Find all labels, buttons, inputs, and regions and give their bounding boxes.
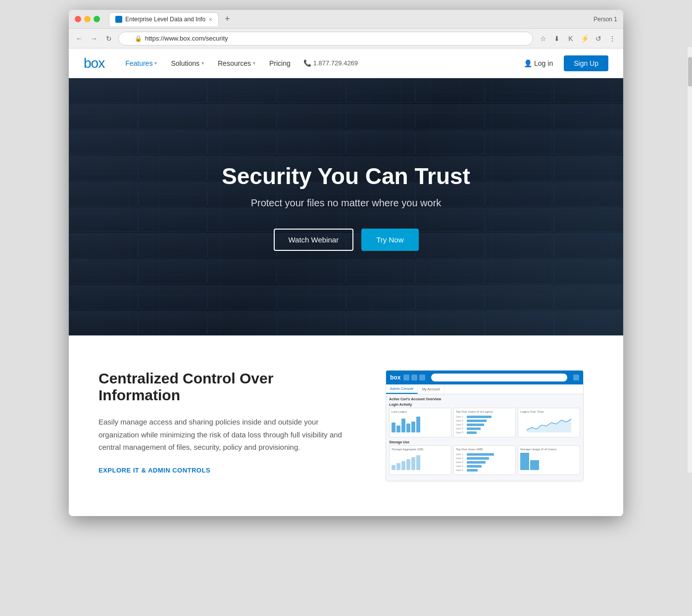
sbar-2 <box>396 463 400 470</box>
dash-users-icon <box>411 375 417 380</box>
ubar-2 <box>530 460 539 470</box>
top-five-logins-chart: User 1 User 2 User 3 User 4 User 5 <box>456 415 513 434</box>
browser-tab[interactable]: Enterprise Level Data and Info ✕ <box>109 12 219 26</box>
traffic-lights <box>75 16 100 22</box>
phone-icon: 📞 <box>303 59 311 67</box>
content-text: Easily manage access and sharing policie… <box>99 416 356 454</box>
nav-links: Features ▾ Solutions ▾ Resources ▾ Prici… <box>119 55 518 71</box>
user-icon: 👤 <box>524 59 532 67</box>
dash-tab-account: My Account <box>418 384 444 394</box>
dash-row-1: Last Logins Top <box>389 408 580 437</box>
sbar-4 <box>406 459 410 470</box>
sbar-6 <box>416 455 420 470</box>
top-five-storage-title: Top Five Users (MB) <box>456 448 513 451</box>
address-input[interactable]: 🔒 https://www.box.com/security <box>118 32 533 46</box>
sbar-5 <box>411 457 415 470</box>
bookmark-icon[interactable]: ☆ <box>537 33 549 45</box>
nav-features-label: Features <box>125 59 152 67</box>
sbar-1 <box>392 465 395 470</box>
content-title: Centralized Control Over Information <box>99 370 356 404</box>
hero-subtitle: Protect your files no matter where you w… <box>222 197 470 209</box>
refresh-icon[interactable]: ↺ <box>593 33 604 45</box>
title-bar: Enterprise Level Data and Info ✕ + Perso… <box>69 10 623 29</box>
content-section: Centralized Control Over Information Eas… <box>69 335 623 516</box>
features-chevron: ▾ <box>154 60 157 66</box>
top-five-storage-chart: User 1 User 2 User 3 User 4 User 5 <box>456 453 513 472</box>
top-five-logins-card: Top Five Users (# of Logins) User 1 User… <box>453 408 516 437</box>
tab-close-icon[interactable]: ✕ <box>208 17 212 22</box>
bar-4 <box>406 424 410 432</box>
tab-bar: Enterprise Level Data and Info ✕ + <box>109 12 590 26</box>
dash-overview-title: Active Cori's Account Overview <box>389 397 580 401</box>
explore-link[interactable]: EXPLORE IT & ADMIN CONTROLS <box>99 467 210 474</box>
top-five-storage-card: Top Five Users (MB) User 1 User 2 User 3… <box>453 445 516 475</box>
logo-text: box <box>84 55 104 71</box>
box-logo[interactable]: box <box>84 55 104 71</box>
dash-home-icon <box>403 375 409 380</box>
dash-search <box>431 374 567 381</box>
storage-usage-card: Storage Usage (# of Users) <box>518 445 580 475</box>
nav-solutions[interactable]: Solutions ▾ <box>165 55 210 71</box>
signup-button[interactable]: Sign Up <box>564 55 608 71</box>
reload-button[interactable]: ↻ <box>103 33 114 44</box>
last-logins-title: Last Logins <box>392 410 449 413</box>
storage-use-label: Storage Use <box>389 440 580 444</box>
top-five-logins-title: Top Five Users (# of Logins) <box>456 410 513 413</box>
nav-pricing[interactable]: Pricing <box>263 55 297 71</box>
toolbar-icons: ☆ ⬇ K ⚡ ↺ ⋮ <box>537 33 618 45</box>
bar-2 <box>396 426 400 432</box>
extension-icon-1[interactable]: ⬇ <box>551 33 563 45</box>
nav-resources[interactable]: Resources ▾ <box>212 55 261 71</box>
back-button[interactable]: ← <box>74 33 85 44</box>
minimize-button[interactable] <box>84 16 91 22</box>
last-logins-chart <box>392 415 449 432</box>
storage-usage-chart <box>520 453 578 470</box>
storage-aggregate-title: Storage Aggregate (GB) <box>392 448 449 451</box>
url-text: https://www.box.com/security <box>145 35 228 42</box>
bar-1 <box>392 423 395 432</box>
solutions-chevron: ▾ <box>201 60 204 66</box>
hero-buttons: Watch Webinar Try Now <box>222 229 470 251</box>
lock-icon: 🔒 <box>135 35 142 42</box>
hero-content: Security You Can Trust Protect your file… <box>222 163 470 251</box>
website: box Features ▾ Solutions ▾ Resources ▾ P… <box>69 48 623 516</box>
try-now-button[interactable]: Try Now <box>361 229 418 251</box>
dash-tab-admin: Admin Console <box>386 384 418 394</box>
close-button[interactable] <box>75 16 81 22</box>
new-tab-button[interactable]: + <box>221 14 234 24</box>
maximize-button[interactable] <box>94 16 100 22</box>
more-icon[interactable]: ⋮ <box>606 33 618 45</box>
nav-phone: 📞 1.877.729.4269 <box>303 59 358 67</box>
hero-section: Security You Can Trust Protect your file… <box>69 78 623 335</box>
tab-label: Enterprise Level Data and Info <box>125 16 205 23</box>
dash-tabs: Admin Console My Account <box>386 384 583 394</box>
browser-window: Enterprise Level Data and Info ✕ + Perso… <box>69 10 623 516</box>
storage-usage-title: Storage Usage (# of Users) <box>520 448 578 451</box>
extension-icon-3[interactable]: ⚡ <box>579 33 591 45</box>
bar-5 <box>411 422 415 432</box>
extension-icon-2[interactable]: K <box>565 33 577 45</box>
nav-actions: 👤 Log in Sign Up <box>518 55 608 71</box>
logins-over-time-title: Logins Over Time <box>520 410 578 413</box>
person-label: Person 1 <box>593 16 617 23</box>
bar-3 <box>401 419 405 432</box>
dash-settings-icon <box>419 375 425 380</box>
dash-search-btn <box>573 375 579 380</box>
forward-button[interactable]: → <box>89 33 99 44</box>
login-activity-label: Login Activity <box>389 403 580 406</box>
ubar-1 <box>520 453 529 470</box>
logins-over-time-card: Logins Over Time <box>518 408 580 437</box>
nav-resources-label: Resources <box>218 59 251 67</box>
nav-solutions-label: Solutions <box>171 59 199 67</box>
sbar-3 <box>401 461 405 470</box>
bar-6 <box>416 417 420 432</box>
dash-row-2: Storage Aggregate (GB) <box>389 445 580 475</box>
watch-webinar-button[interactable]: Watch Webinar <box>274 229 354 251</box>
login-button[interactable]: 👤 Log in <box>518 56 559 70</box>
dash-header: box <box>386 371 583 384</box>
nav-pricing-label: Pricing <box>269 59 291 67</box>
login-label: Log in <box>534 59 553 67</box>
nav-features[interactable]: Features ▾ <box>119 55 163 71</box>
storage-aggregate-card: Storage Aggregate (GB) <box>389 445 451 475</box>
last-logins-card: Last Logins <box>389 408 451 437</box>
